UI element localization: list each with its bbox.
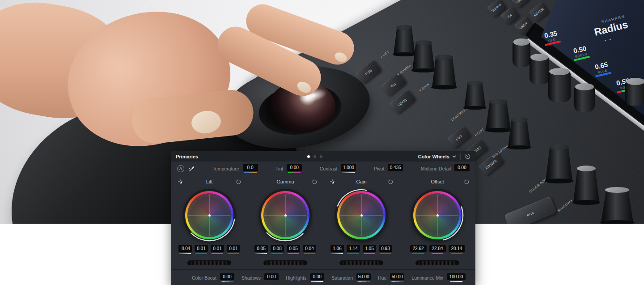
contrast-field: Contrast 1.000 bbox=[320, 164, 356, 173]
midtone-detail-underline bbox=[456, 172, 468, 173]
gain-target-icon[interactable] bbox=[329, 179, 335, 185]
tint-field: Tint 0.00 bbox=[275, 164, 302, 173]
panel-titlebar: Primaries Color Wheels bbox=[171, 151, 475, 162]
gain-values: 1.06 1.14 1.05 0.93 bbox=[330, 245, 392, 257]
divider bbox=[460, 153, 461, 160]
saturation-field: Saturation 50.00 bbox=[331, 273, 371, 282]
shadows-value: 0.00 bbox=[264, 273, 279, 280]
tint-underline bbox=[288, 172, 301, 173]
picker-icon[interactable] bbox=[188, 166, 195, 172]
wheels-section: Lift -0.04 0.01 0.01 0.01 bbox=[171, 176, 475, 265]
primaries-panel: Primaries Color Wheels A bbox=[171, 151, 475, 285]
screenshot: SHARPEN Radius 0.35 RED 0.50 GREEN 0.65 … bbox=[0, 0, 644, 285]
luminance-mix-value: 100.00 bbox=[447, 273, 466, 280]
offset-master-dial[interactable] bbox=[415, 260, 459, 265]
pivot-knob bbox=[486, 99, 511, 132]
offset-values: 22.62 22.84 20.14 bbox=[410, 245, 465, 257]
shadows-field: Shadows 0.00 bbox=[242, 273, 279, 282]
tint-value: 0.00 bbox=[287, 164, 302, 171]
mode-dropdown[interactable]: Color Wheels bbox=[418, 154, 456, 159]
adjustments-row: A Temperature 0.0 Tint 0.00 Contrast 1.0… bbox=[171, 162, 475, 176]
color-boost-value: 0.00 bbox=[220, 273, 234, 280]
hue-value: 50.00 bbox=[390, 273, 404, 280]
lift-wheel-indicator bbox=[208, 214, 211, 217]
temperature-underline bbox=[244, 172, 257, 173]
panel-title: Primaries bbox=[176, 154, 198, 159]
lift-master-dial[interactable] bbox=[187, 260, 231, 265]
mid-detail-knob bbox=[508, 117, 530, 149]
midtone-detail-field: Midtone Detail 0.00 bbox=[421, 164, 470, 173]
midtone-detail-value: 0.00 bbox=[454, 164, 470, 171]
pivot-field: Pivot 0.435 bbox=[374, 164, 403, 173]
saturation-value: 50.00 bbox=[356, 273, 371, 280]
highlights-field: Highlights 0.00 bbox=[286, 273, 324, 282]
contrast-value: 1.000 bbox=[341, 164, 356, 171]
bottom-controls-row: Color Boost 0.00 Shadows 0.00 Highlights… bbox=[171, 269, 475, 285]
lift-reset-icon[interactable] bbox=[235, 179, 242, 185]
y-lift-knob bbox=[394, 25, 415, 56]
contrast-underline bbox=[342, 172, 355, 173]
lift-values: -0.04 0.01 0.01 0.01 bbox=[178, 245, 240, 257]
gamma-master-dial[interactable] bbox=[263, 260, 307, 265]
gain-master-dial[interactable] bbox=[339, 260, 383, 265]
pivot-value: 0.435 bbox=[388, 164, 403, 171]
gamma-wheel-indicator bbox=[284, 214, 287, 217]
temperature-value: 0.0 bbox=[243, 164, 258, 171]
offset-wheel[interactable] bbox=[411, 189, 464, 242]
luminance-mix-field: Luminance Mix 100.00 bbox=[411, 273, 466, 282]
gain-wheel-indicator bbox=[360, 214, 363, 217]
offset-label: Offset bbox=[431, 179, 444, 184]
gamma-wheel[interactable] bbox=[259, 189, 312, 242]
lcd-encoder-2 bbox=[530, 56, 549, 84]
lcd-encoder-3 bbox=[548, 71, 571, 102]
lcd-encoder-5 bbox=[625, 81, 644, 106]
highlights-value: 0.00 bbox=[310, 273, 324, 280]
gamma-column: Gamma 0.05 0.08 0.05 0.04 bbox=[247, 176, 323, 265]
offset-reset-icon[interactable] bbox=[463, 179, 470, 185]
color-boost-field: Color Boost 0.00 bbox=[192, 273, 234, 282]
hue-field: Hue 50.00 bbox=[378, 273, 404, 282]
lcd-encoder-1 bbox=[513, 41, 530, 67]
pager-dots[interactable] bbox=[307, 151, 322, 162]
offset-column: Offset 22.62 22.84 20.14 bbox=[399, 176, 475, 265]
offset-wheel-indicator bbox=[436, 214, 439, 217]
chevron-down-icon bbox=[452, 155, 456, 158]
lift-label: Lift bbox=[206, 179, 213, 184]
y-gamma-knob bbox=[412, 40, 435, 72]
lift-wheel[interactable] bbox=[183, 189, 236, 242]
shadows-knob bbox=[573, 166, 599, 205]
corner-knob bbox=[601, 187, 633, 224]
gamma-reset-icon[interactable] bbox=[311, 179, 318, 185]
contrast-knob bbox=[464, 81, 486, 110]
lift-column: Lift -0.04 0.01 0.01 0.01 bbox=[171, 176, 247, 265]
lift-target-icon[interactable] bbox=[177, 179, 183, 185]
gain-label: Gain bbox=[356, 179, 366, 184]
temperature-field: Temperature 0.0 bbox=[213, 164, 258, 173]
gain-column: Gain 1.06 1.14 1.05 0.93 bbox=[323, 176, 399, 265]
reset-panel-icon[interactable] bbox=[465, 153, 471, 160]
pivot-underline bbox=[389, 172, 402, 173]
gain-reset-icon[interactable] bbox=[387, 179, 394, 185]
gain-wheel[interactable] bbox=[335, 189, 388, 242]
lcd-encoder-4 bbox=[574, 86, 595, 112]
y-gain-knob bbox=[432, 55, 456, 89]
color-boost-knob bbox=[546, 144, 572, 183]
auto-balance-icon[interactable]: A bbox=[177, 165, 184, 172]
